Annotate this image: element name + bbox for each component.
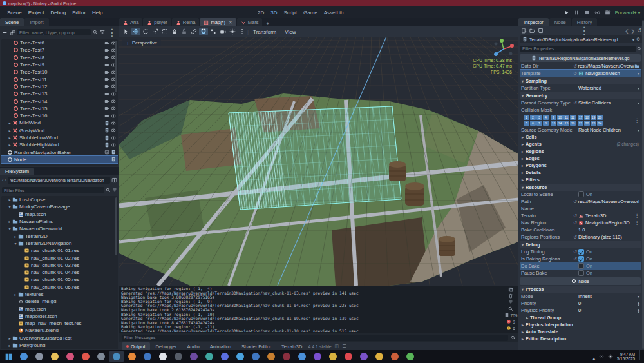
log-clear-button[interactable] <box>508 293 513 299</box>
prop-parsed-geometry-type[interactable]: Parsed Geometry Type↺Static Colliders▾ <box>520 99 641 106</box>
scene-dock-menu-button[interactable]: ⋮ <box>107 26 117 39</box>
scene-node-Tree-Test8[interactable]: Tree-Test8 <box>1 54 118 61</box>
mask-bit-8[interactable]: 8 <box>543 121 549 126</box>
log-copy-button[interactable] <box>508 287 513 292</box>
pause-button[interactable] <box>574 10 580 15</box>
mask-bit-23[interactable]: 23 <box>591 121 596 126</box>
sun-tool[interactable] <box>228 28 237 35</box>
prop-name[interactable]: Name <box>520 205 641 212</box>
fs-entry-nav_chunk-01-01.res[interactable]: nav_chunk-01-01.res <box>1 247 118 254</box>
section-resource[interactable]: ▾Resource <box>520 184 641 191</box>
resource-menu-button[interactable]: ⋮ <box>579 25 589 37</box>
taskbar-app-11[interactable] <box>171 351 185 362</box>
fold-details[interactable]: ▸Details <box>520 169 641 176</box>
fs-tree-scrollbar[interactable] <box>115 197 117 255</box>
mask-bit-4[interactable]: 4 <box>543 115 549 120</box>
taskbar-app-12[interactable] <box>187 351 201 362</box>
prop-source-geometry-mode[interactable]: Source Geometry ModeRoot Node Children▾ <box>520 126 641 133</box>
move-tool[interactable] <box>131 28 140 35</box>
mask-bit-24[interactable]: 24 <box>597 121 603 126</box>
scene-node-RuntimeNavigationBaker[interactable]: RuntimeNavigationBaker <box>1 148 118 155</box>
prop-nav-region[interactable]: Nav Region↺NavigationRegion3D⋮ <box>520 219 641 226</box>
fs-back-button[interactable]: ‹ <box>2 178 3 182</box>
renderer-select[interactable]: Forward+ ▾ <box>615 10 640 15</box>
menu-editor[interactable]: Editor <box>69 8 89 17</box>
scene-tab-map[interactable]: map(*)✕ <box>200 18 236 26</box>
fs-entry-OverworldSubareaTest[interactable]: ▸OverworldSubareaTest <box>1 335 118 342</box>
scene-tab-Reina[interactable]: Reina <box>172 18 200 26</box>
slot-toggle[interactable] <box>104 150 109 155</box>
add-scene-tab-button[interactable]: + <box>263 21 272 26</box>
fs-entry-mapolder.tscn[interactable]: mapolder.tscn <box>1 313 118 320</box>
prop-log-timing[interactable]: Log Timing↺On <box>520 248 641 255</box>
menu-project[interactable]: Project <box>25 8 48 17</box>
mask-bit-1[interactable]: 1 <box>524 115 529 120</box>
script-toggle[interactable] <box>104 121 109 126</box>
taskbar-app-19[interactable] <box>295 351 309 362</box>
eye-toggle[interactable] <box>111 92 116 97</box>
eye-toggle[interactable] <box>111 106 116 111</box>
log-sort-button[interactable] <box>508 300 513 305</box>
remote-button[interactable] <box>594 10 600 15</box>
camera-toggle[interactable] <box>104 99 109 104</box>
prop-terrain[interactable]: Terrain↺Terrain3D⋮ <box>520 212 641 219</box>
fs-entry-map.tscn[interactable]: map.tscn <box>1 305 118 312</box>
eye-toggle[interactable] <box>111 142 116 148</box>
section-debug[interactable]: ▾Debug <box>520 241 641 248</box>
close-tab-icon[interactable]: ✕ <box>229 20 232 25</box>
bottom-tab-audio[interactable]: Audio <box>182 342 204 351</box>
bottom-tab-shader-editor[interactable]: Shader Editor <box>237 342 276 351</box>
prop-local-to-scene[interactable]: Local to SceneOn <box>520 191 641 198</box>
output-log[interactable]: Baking Navigation for region: (-1, -4)Ge… <box>121 287 503 332</box>
taskbar-app-2[interactable] <box>32 351 46 362</box>
eye-toggle[interactable] <box>111 99 116 104</box>
fold-filters[interactable]: ▸Filters <box>520 176 641 183</box>
scene-node-Tree-Test6[interactable]: Tree-Test6 <box>1 39 118 46</box>
mask-bit-21[interactable]: 21 <box>578 121 583 126</box>
fs-entry-NavaeruPlains[interactable]: ▸NavaeruPlains <box>1 218 118 225</box>
load-resource-button[interactable] <box>529 28 535 34</box>
inspector-filter-input[interactable] <box>520 46 636 52</box>
collision-mask-grid[interactable]: 123456789101112131415161718192021222324⋮ <box>520 113 641 126</box>
prop-template[interactable]: Template↺NavigationMesh▾ <box>520 70 641 77</box>
mask-bit-7[interactable]: 7 <box>536 121 542 126</box>
fs-entry-SanctuaryDungeon[interactable]: ▸SanctuaryDungeon <box>1 349 118 349</box>
view-menu[interactable]: View <box>281 29 299 35</box>
output-filter-input[interactable] <box>122 335 508 341</box>
mask-bit-22[interactable]: 22 <box>584 121 590 126</box>
save-resource-button[interactable] <box>538 28 544 34</box>
mask-bit-10[interactable]: 10 <box>557 115 563 120</box>
mask-bit-20[interactable]: 20 <box>597 115 603 120</box>
scene-node-Tree-Test10[interactable]: Tree-Test10 <box>1 68 118 75</box>
scene-node-Tree-Test13[interactable]: Tree-Test13 <box>1 90 118 97</box>
fs-path-input[interactable] <box>8 177 110 184</box>
taskbar-app-23[interactable] <box>357 351 371 362</box>
history-forward-button[interactable]: › <box>631 25 634 37</box>
fs-sort-button[interactable] <box>112 188 117 193</box>
transform-menu[interactable]: Transform <box>249 29 280 35</box>
fold-edges[interactable]: ▸Edges <box>520 155 641 162</box>
bottom-tab-debugger[interactable]: Debugger <box>151 342 182 351</box>
mask-bit-9[interactable]: 9 <box>551 115 556 120</box>
snap-tool[interactable] <box>209 28 218 35</box>
fs-entry-map.tscn[interactable]: map.tscn <box>1 211 118 218</box>
fs-entry-Playground[interactable]: ▸Playground <box>1 342 118 349</box>
ruler-tool[interactable] <box>189 28 198 35</box>
mask-bit-11[interactable]: 11 <box>564 115 569 120</box>
script-toggle[interactable] <box>104 128 109 133</box>
eye-toggle[interactable] <box>111 128 116 133</box>
fs-entry-nav_chunk-01-05.res[interactable]: nav_chunk-01-05.res <box>1 276 118 283</box>
workspace-3d[interactable]: 3D <box>270 10 277 15</box>
mask-bit-6[interactable]: 6 <box>530 121 536 126</box>
camera-toggle[interactable] <box>104 113 109 119</box>
scene-node-MildWind[interactable]: ▸MildWind <box>1 119 118 126</box>
eye-toggle[interactable] <box>111 121 116 126</box>
error-count[interactable]: 9 <box>506 319 515 324</box>
fold-auto-translate[interactable]: ▸Auto Translate <box>520 328 641 335</box>
prop-bake-cooldown[interactable]: Bake Cooldown1.0 <box>520 226 641 233</box>
message-count[interactable]: 709 <box>504 313 518 318</box>
fold-cells[interactable]: ▸Cells <box>520 133 641 141</box>
fs-entry-nav_chunk-01-04.res[interactable]: nav_chunk-01-04.res <box>1 269 118 276</box>
taskbar-app-3[interactable] <box>48 351 62 362</box>
taskbar-app-20[interactable] <box>310 351 325 362</box>
